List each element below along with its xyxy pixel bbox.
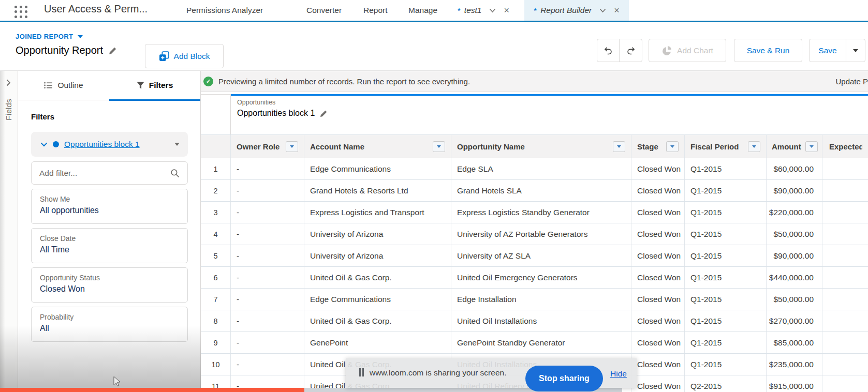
table-cell[interactable]: $915,000.00 (767, 375, 822, 392)
table-cell[interactable]: - (231, 245, 304, 266)
table-cell[interactable]: - (231, 332, 304, 353)
table-cell[interactable]: Closed Won (631, 289, 685, 310)
table-cell[interactable]: Closed Won (631, 245, 685, 266)
table-cell[interactable] (822, 332, 868, 353)
save-and-run-button[interactable]: Save & Run (734, 39, 802, 62)
column-menu-icon[interactable] (433, 141, 445, 152)
table-cell[interactable]: Closed Won (631, 223, 685, 245)
edit-pencil-icon[interactable] (320, 110, 328, 117)
column-menu-icon[interactable] (613, 141, 625, 152)
hide-link[interactable]: Hide (610, 369, 627, 379)
column-menu-icon[interactable] (805, 141, 818, 152)
app-launcher-icon[interactable] (14, 6, 28, 19)
table-cell[interactable] (822, 180, 868, 201)
table-cell[interactable]: Closed Won (631, 158, 685, 179)
redo-button[interactable] (620, 39, 642, 62)
save-button[interactable]: Save (810, 46, 846, 55)
table-cell[interactable]: GenePoint Standby Generator (451, 332, 631, 353)
tab-report[interactable]: Report (363, 0, 388, 21)
update-preview-label[interactable]: Update P (835, 77, 868, 86)
table-cell[interactable]: Closed Won (631, 180, 685, 201)
filter-card-probability[interactable]: Probability All (31, 307, 188, 342)
column-header[interactable]: Owner Role (231, 135, 304, 158)
table-cell[interactable]: - (231, 158, 304, 179)
table-cell[interactable]: Q1-2015 (685, 223, 767, 245)
table-cell[interactable]: $50,000.00 (767, 289, 822, 310)
table-cell[interactable]: Q1-2015 (685, 310, 767, 331)
column-header[interactable]: Amount (767, 135, 822, 158)
column-menu-icon[interactable] (748, 141, 760, 152)
table-cell[interactable] (822, 267, 868, 288)
table-cell[interactable]: - (231, 202, 304, 223)
table-cell[interactable]: - (231, 180, 304, 201)
undo-button[interactable] (597, 39, 620, 62)
column-header[interactable]: Stage (631, 135, 685, 158)
save-menu-button[interactable] (846, 39, 865, 62)
table-cell[interactable]: Q1-2015 (685, 202, 767, 223)
tab-report-builder[interactable]: * Report Builder × (524, 0, 629, 21)
table-cell[interactable]: Edge Communications (304, 289, 451, 310)
table-cell[interactable]: Express Logistics Standby Generator (451, 202, 631, 223)
table-cell[interactable]: Q2-2015 (685, 375, 767, 392)
table-cell[interactable]: - (231, 267, 304, 288)
table-cell[interactable]: - (231, 223, 304, 245)
table-cell[interactable]: - (231, 310, 304, 331)
chevron-down-icon[interactable] (599, 8, 606, 13)
table-cell[interactable]: - (231, 354, 304, 375)
table-cell[interactable]: $235,000.00 (767, 354, 822, 375)
table-cell[interactable]: Edge Communications (304, 158, 451, 179)
table-cell[interactable] (822, 310, 868, 331)
column-menu-icon[interactable] (666, 141, 679, 152)
table-cell[interactable]: University of AZ Portable Generators (451, 223, 631, 245)
add-chart-button[interactable]: Add Chart (649, 39, 726, 62)
table-cell[interactable]: Q1-2015 (685, 332, 767, 353)
table-cell[interactable] (822, 375, 868, 392)
tab-outline[interactable]: Outline (18, 71, 109, 100)
table-cell[interactable]: University of AZ SLA (451, 245, 631, 266)
block-filter-link[interactable]: Opportunities block 1 (64, 140, 140, 149)
report-type-selector[interactable]: JOINED REPORT (16, 33, 83, 40)
column-header[interactable]: Fiscal Period (685, 135, 767, 158)
filter-card-show-me[interactable]: Show Me All opportunities (31, 189, 188, 224)
table-cell[interactable]: $220,000.00 (767, 202, 822, 223)
close-icon[interactable]: × (614, 6, 620, 15)
table-cell[interactable]: $60,000.00 (767, 158, 822, 179)
tab-converter[interactable]: Converter (306, 0, 342, 21)
chevron-down-icon[interactable] (489, 8, 496, 13)
filter-card-close-date[interactable]: Close Date All Time (31, 228, 188, 263)
add-block-button[interactable]: Add Block (145, 44, 224, 68)
table-cell[interactable]: Q1-2015 (685, 267, 767, 288)
tab-permissions-analyzer[interactable]: Permissions Analyzer (186, 0, 263, 21)
column-header[interactable]: Account Name (304, 135, 451, 158)
table-cell[interactable]: Q1-2015 (685, 289, 767, 310)
table-cell[interactable]: Express Logistics and Transport (304, 202, 451, 223)
table-cell[interactable] (822, 158, 868, 179)
table-cell[interactable]: Edge Installation (451, 289, 631, 310)
table-cell[interactable] (822, 245, 868, 266)
table-cell[interactable]: GenePoint (304, 332, 451, 353)
expand-fields-icon[interactable] (6, 79, 11, 86)
table-cell[interactable] (822, 223, 868, 245)
table-cell[interactable]: United Oil Emergency Generators (451, 267, 631, 288)
table-cell[interactable]: Closed Won (631, 332, 685, 353)
table-cell[interactable]: $270,000.00 (767, 310, 822, 331)
table-cell[interactable]: Closed Won (631, 267, 685, 288)
filter-card-opportunity-status[interactable]: Opportunity Status Closed Won (31, 267, 188, 303)
table-cell[interactable]: $90,000.00 (767, 245, 822, 266)
table-cell[interactable]: Q1-2015 (685, 354, 767, 375)
edit-pencil-icon[interactable] (109, 47, 117, 55)
table-cell[interactable]: Q1-2015 (685, 245, 767, 266)
table-cell[interactable]: - (231, 289, 304, 310)
table-cell[interactable]: Grand Hotels SLA (451, 180, 631, 201)
table-cell[interactable]: United Oil & Gas Corp. (304, 310, 451, 331)
table-cell[interactable] (822, 354, 868, 375)
add-filter-input[interactable]: Add filter... (31, 161, 188, 185)
table-cell[interactable]: University of Arizona (304, 223, 451, 245)
table-cell[interactable]: $90,000.00 (767, 180, 822, 201)
close-icon[interactable]: × (504, 6, 509, 15)
table-cell[interactable] (822, 202, 868, 223)
table-cell[interactable]: Grand Hotels & Resorts Ltd (304, 180, 451, 201)
chevron-down-icon[interactable] (40, 142, 48, 147)
table-cell[interactable]: Closed Won (631, 202, 685, 223)
table-cell[interactable]: $85,000.00 (767, 332, 822, 353)
